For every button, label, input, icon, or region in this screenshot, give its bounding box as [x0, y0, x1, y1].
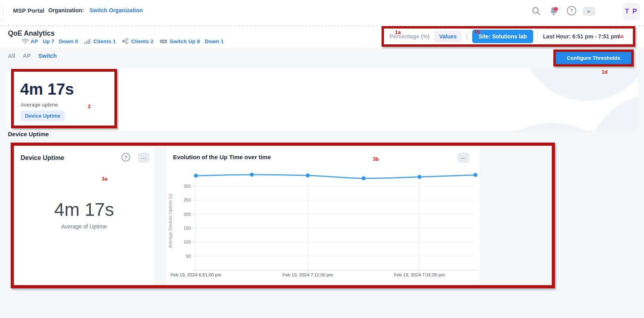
organization-link[interactable]: Switch Organization	[89, 7, 143, 13]
annotation-box-1: 1a Percentage (%) Values | Site: Solutio…	[382, 26, 635, 47]
svg-text:100: 100	[184, 240, 191, 244]
signal-bars-icon	[84, 38, 91, 44]
tab-ap[interactable]: AP	[23, 53, 31, 59]
ap-down-stat: Down 0	[59, 38, 78, 44]
annotation-label-2: 2	[88, 103, 91, 109]
svg-text:Feb 19, 2024 7:11:00 pm: Feb 19, 2024 7:11:00 pm	[283, 272, 333, 277]
notification-badge	[554, 7, 558, 11]
search-icon[interactable]	[531, 6, 541, 16]
brand-title: MSP Portal	[13, 7, 44, 14]
help-icon[interactable]: ?	[567, 6, 576, 15]
annotation-label-1c: 1c	[618, 33, 624, 39]
summary-value: 4m 17s	[20, 80, 74, 98]
tab-all[interactable]: All	[8, 53, 15, 59]
wired-clients-stat: Clients 2	[131, 38, 153, 44]
switch-up-stat: Switch Up 8	[170, 38, 200, 44]
configure-thresholds-button[interactable]: Configure Thresholds	[556, 52, 631, 64]
svg-text:300: 300	[184, 184, 191, 189]
chart-title: Evolution of the Up Time over time	[173, 154, 271, 160]
uptime-caption: Average of Uptime	[14, 223, 154, 230]
topology-icon	[122, 38, 128, 44]
summary-uptime-card: 4m 17s Average uptime Device Uptime 2	[14, 72, 114, 126]
annotation-label-1a: 1a	[395, 29, 401, 35]
time-range-selector[interactable]: Last Hour: 6:51 pm - 7:51 pm 1c	[537, 29, 633, 44]
chart-card: 50100150200250300Feb 19, 2024 6:51:00 pm…	[166, 147, 480, 284]
notifications-icon[interactable]	[549, 6, 559, 16]
svg-text:Feb 19, 2024 6:51:00 pm: Feb 19, 2024 6:51:00 pm	[171, 272, 222, 277]
organization-label: Organization:	[48, 7, 84, 13]
annotation-label-1d: 1d	[602, 69, 608, 75]
card-title: Device Uptime	[21, 154, 64, 162]
ap-stat-label: AP	[30, 38, 38, 44]
switch-icon	[160, 39, 167, 44]
device-stats-row: AP Up 7 Down 0 Clients 1 Clients 2 Switc…	[22, 38, 224, 44]
time-range-value: Last Hour: 6:51 pm - 7:51 pm	[543, 33, 619, 40]
avatar[interactable]: T P	[623, 3, 640, 20]
uptime-chart: 50100150200250300Feb 19, 2024 6:51:00 pm…	[166, 147, 480, 284]
summary-caption: Average uptime	[21, 102, 58, 108]
svg-text:Average Devices Uptime (s): Average Devices Uptime (s)	[168, 194, 173, 248]
svg-text:150: 150	[184, 226, 191, 230]
svg-text:200: 200	[184, 212, 191, 217]
device-type-tabs: All AP Switch	[8, 53, 57, 59]
annotation-label-1b: 1b	[474, 29, 480, 34]
switch-down-stat: Down 1	[205, 38, 224, 44]
chart-more-button[interactable]: ...	[458, 152, 469, 163]
annotation-box-1d: Configure Thresholds	[553, 50, 634, 67]
wifi-icon	[22, 38, 29, 44]
card-more-button[interactable]: ...	[138, 152, 150, 163]
metric-chip-device-uptime[interactable]: Device Uptime	[21, 110, 65, 121]
svg-text:50: 50	[186, 254, 191, 259]
annotation-label-3b: 3b	[373, 156, 379, 162]
annotation-box-2: 4m 17s Average uptime Device Uptime 2	[11, 69, 117, 128]
card-help-icon[interactable]: ?	[122, 153, 130, 162]
toggle-divider: |	[466, 33, 468, 40]
wireless-clients-stat: Clients 1	[93, 38, 116, 44]
video-tour-icon[interactable]: ▶	[583, 7, 595, 16]
annotation-box-3: Device Uptime ? ... 3a 4m 17s Average of…	[11, 143, 555, 288]
toggle-values[interactable]: Values	[434, 30, 461, 42]
annotation-label-3a: 3a	[102, 176, 107, 182]
tab-switch[interactable]: Switch	[38, 53, 57, 59]
uptime-value: 4m 17s	[14, 199, 154, 220]
site-selector-button[interactable]: Site: Solutions lab	[472, 30, 533, 43]
page-title: QoE Analytics	[8, 29, 55, 38]
section-title-device-uptime: Device Uptime	[8, 131, 49, 137]
device-uptime-card: Device Uptime ? ... 3a 4m 17s Average of…	[14, 147, 154, 284]
sidebar-handle[interactable]	[0, 4, 4, 22]
ap-up-stat: Up 7	[43, 38, 54, 44]
svg-text:250: 250	[184, 198, 191, 202]
decorative-circle	[520, 68, 638, 101]
svg-text:Feb 19, 2024 7:31:00 pm: Feb 19, 2024 7:31:00 pm	[394, 272, 445, 277]
top-bar: MSP Portal Organization: Switch Organiza…	[0, 0, 644, 26]
